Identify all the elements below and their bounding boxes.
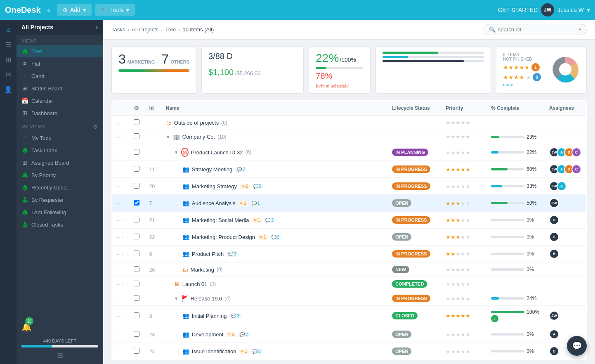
add-button[interactable]: ⊕ Add ▾: [57, 4, 92, 16]
rail-icon-tasks[interactable]: ☰: [2, 38, 15, 51]
row-checkbox[interactable]: [134, 119, 139, 125]
sidebar-item-assignee-board[interactable]: ⊞ Assignee Board: [17, 156, 103, 169]
rail-icon-users[interactable]: 👤: [2, 83, 15, 96]
row-menu-icon[interactable]: ···: [117, 120, 124, 126]
row-pct-cell: [486, 116, 544, 130]
row-checkbox[interactable]: [134, 200, 139, 206]
sidebar-item-task-inbox[interactable]: 🌲 Task Inbox: [17, 144, 103, 156]
sidebar-item-my-todo[interactable]: ≡ My Todo: [17, 132, 103, 144]
sidebar-item-gantt[interactable]: ≡ Gantt: [17, 70, 103, 82]
edit-badge[interactable]: ✏2: [239, 184, 250, 189]
edit-badge[interactable]: ✏1: [239, 349, 250, 354]
comment-badge[interactable]: 💬5: [251, 184, 264, 189]
priority-badge-1: 1: [531, 63, 540, 71]
comment-badge[interactable]: 💬2: [269, 234, 282, 240]
row-menu-icon[interactable]: ···: [117, 149, 124, 156]
comment-badge[interactable]: 💬7: [235, 167, 247, 172]
row-menu-icon[interactable]: ···: [117, 267, 124, 273]
row-menu-icon[interactable]: ···: [117, 295, 124, 302]
row-checkbox[interactable]: [134, 251, 139, 256]
sidebar-item-recently-updated[interactable]: 🌲 Recently Upda...: [17, 181, 103, 194]
sidebar-item-calendar[interactable]: 📅 Calendar: [17, 95, 103, 107]
row-menu-icon[interactable]: ···: [117, 166, 124, 173]
pct-cell: 0%: [491, 331, 539, 337]
sidebar-item-flat[interactable]: ≡ Flat: [17, 57, 103, 70]
user-dropdown-icon[interactable]: ▾: [587, 7, 590, 13]
row-menu-icon[interactable]: ···: [117, 183, 124, 189]
status-badge: OPEN: [392, 233, 411, 241]
row-checkbox[interactable]: [134, 266, 139, 272]
user-avatar[interactable]: JW: [541, 3, 554, 17]
user-name[interactable]: Jessica W: [557, 7, 584, 13]
rail-icon-messages[interactable]: ✉: [2, 68, 15, 81]
row-checkbox[interactable]: [134, 281, 139, 286]
tools-dropdown-icon: ▾: [126, 7, 129, 13]
rail-icon-home[interactable]: ⌂: [2, 23, 15, 36]
row-menu-icon[interactable]: ···: [117, 234, 124, 240]
comment-badge[interactable]: 💬1: [250, 201, 262, 206]
breadcrumb-tasks[interactable]: Tasks: [111, 26, 125, 33]
search-input[interactable]: [498, 26, 576, 33]
row-menu-icon[interactable]: ···: [117, 281, 124, 287]
comment-badge[interactable]: 💬2: [250, 349, 263, 354]
edit-badge[interactable]: ✏1: [257, 234, 268, 240]
row-checkbox[interactable]: [134, 312, 139, 318]
rail-icon-board[interactable]: ⊞: [2, 53, 15, 66]
get-started-button[interactable]: GET STARTED: [498, 7, 538, 13]
comment-badge[interactable]: 💬2: [238, 332, 250, 337]
row-checkbox[interactable]: [134, 217, 139, 222]
table-settings-icon[interactable]: ⚙: [134, 105, 139, 111]
row-checkbox[interactable]: [134, 149, 139, 155]
collapse-icon[interactable]: ▼: [166, 135, 170, 139]
sidebar-item-by-priority[interactable]: 🌲 By Priority: [17, 169, 103, 181]
my-todo-icon: ≡: [21, 135, 28, 141]
breadcrumb-all-projects[interactable]: All Projects: [132, 26, 158, 33]
my-views-settings-icon[interactable]: ⚙: [93, 123, 98, 130]
sidebar-item-by-requester[interactable]: 🌲 By Requester: [17, 194, 103, 206]
sidebar-item-tree[interactable]: 🌲 Tree: [17, 45, 103, 57]
row-menu-icon[interactable]: ···: [117, 331, 124, 338]
row-menu-icon[interactable]: ···: [117, 313, 124, 319]
row-menu-icon[interactable]: ···: [117, 134, 124, 140]
search-dropdown-icon[interactable]: ▾: [579, 27, 581, 32]
row-name-cell: 👥 Strategy Meeting 💬7: [166, 166, 382, 173]
comment-badge[interactable]: 💬3: [263, 217, 276, 223]
row-checkbox[interactable]: [134, 348, 139, 354]
row-checkbox[interactable]: [134, 295, 139, 301]
sidebar-item-closed-tasks[interactable]: 🌲 Closed Tasks: [17, 218, 103, 231]
row-menu-icon[interactable]: ···: [117, 217, 124, 223]
row-checkbox[interactable]: [134, 166, 139, 172]
row-menu-icon[interactable]: ···: [117, 200, 124, 206]
row-checkbox[interactable]: [134, 183, 139, 189]
badges-cell: ✏1💬2: [257, 234, 281, 240]
sidebar-item-dashboard[interactable]: ⊞ Dashboard: [17, 107, 103, 119]
chat-button[interactable]: 💬: [567, 336, 587, 356]
tools-button[interactable]: 🔧 Tools ▾: [95, 4, 135, 16]
row-assignees-td: JW: [544, 306, 587, 326]
sidebar-header-dropdown[interactable]: ▾: [95, 24, 98, 31]
more-link[interactable]: more: [503, 82, 513, 87]
row-menu-icon[interactable]: ···: [117, 251, 124, 257]
table-row: ··· ▼🚩 Release 19.6 (4) IN PROGRESS ★★★★…: [112, 291, 587, 306]
row-checkbox[interactable]: [134, 331, 139, 337]
grid-icon[interactable]: ⊞: [57, 351, 63, 360]
col-actions: [112, 101, 129, 116]
row-status-cell: IN PROGRESS: [387, 246, 441, 262]
collapse-icon[interactable]: ▼: [174, 150, 179, 155]
comment-badge[interactable]: 💬3: [229, 313, 241, 319]
row-assignees-td: JWA: [544, 178, 587, 195]
breadcrumb-tree[interactable]: Tree: [165, 26, 176, 33]
edit-badge[interactable]: ✏1: [238, 201, 248, 206]
row-id-cell: 7: [144, 195, 161, 212]
sidebar-item-status-board[interactable]: ⊞ Status Board: [17, 82, 103, 95]
edit-badge[interactable]: ✏2: [226, 332, 236, 337]
all-projects-title[interactable]: All Projects: [21, 24, 53, 31]
row-menu-icon[interactable]: ···: [117, 348, 124, 355]
comment-badge[interactable]: 💬3: [226, 251, 238, 257]
row-checkbox[interactable]: [134, 133, 139, 139]
row-checkbox[interactable]: [134, 234, 139, 239]
edit-badge[interactable]: ✏1: [252, 217, 262, 223]
nav-collapse-btn[interactable]: «: [47, 7, 50, 13]
collapse-icon[interactable]: ▼: [174, 296, 179, 301]
sidebar-item-i-am-following[interactable]: 🌲 I Am Following: [17, 206, 103, 218]
